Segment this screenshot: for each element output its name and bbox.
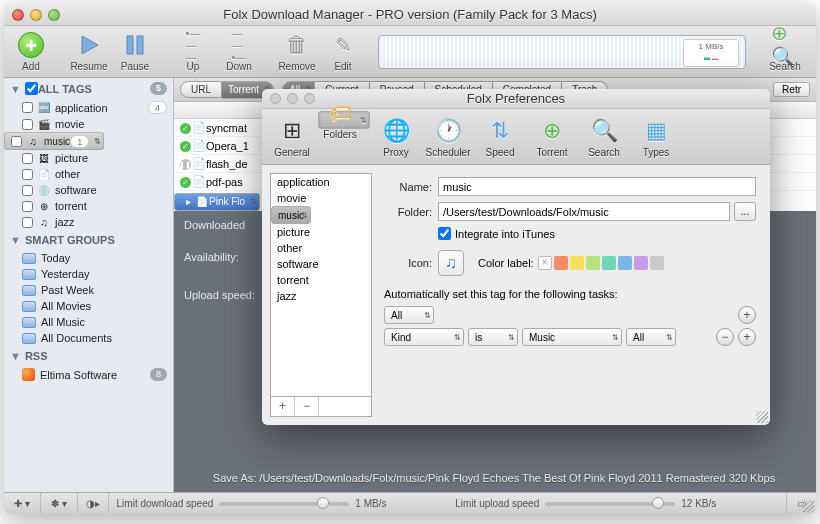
color-swatch[interactable] — [618, 256, 632, 270]
color-swatch[interactable] — [586, 256, 600, 270]
tab-scheduler[interactable]: 🕐Scheduler — [422, 111, 474, 162]
sidebar-tag-application[interactable]: 🔤application4 — [4, 99, 173, 116]
pref-tag-picture[interactable]: picture — [271, 224, 371, 240]
edit-button[interactable]: ✎ Edit — [322, 31, 364, 72]
remove-tag-button[interactable]: − — [295, 397, 319, 416]
main-titlebar[interactable]: Folx Download Manager - PRO version (Fam… — [4, 4, 816, 26]
sidebar-smart-all-music[interactable]: All Music — [4, 314, 173, 330]
music-note-icon: ♫ — [445, 254, 457, 272]
filter-url[interactable]: URL — [180, 81, 222, 98]
pref-tag-movie[interactable]: movie — [271, 190, 371, 206]
color-swatch[interactable] — [634, 256, 648, 270]
sidebar-rss-item[interactable]: Eltima Software8 — [4, 366, 173, 383]
prefs-form: Name: Folder: ... Integrate into iTunes … — [380, 173, 762, 417]
tag-icon: 🖼 — [37, 152, 51, 164]
add-button[interactable]: + Add — [10, 31, 52, 72]
sidebar-smart-today[interactable]: Today — [4, 250, 173, 266]
tab-proxy[interactable]: 🌐Proxy — [370, 111, 422, 162]
sidebar-smart-past-week[interactable]: Past Week — [4, 282, 173, 298]
tab-speed[interactable]: ⇅Speed — [474, 111, 526, 162]
folder-icon — [22, 253, 36, 264]
toggle-button[interactable]: ◑▸ — [78, 493, 109, 514]
prefs-tag-list: applicationmoviemusicpictureothersoftwar… — [270, 173, 372, 397]
rule-is-select[interactable]: is — [468, 328, 518, 346]
browse-button[interactable]: ... — [734, 202, 756, 221]
sidebar-header-rss[interactable]: ▼ RSS — [4, 346, 173, 366]
rule-music-select[interactable]: Music — [522, 328, 622, 346]
tag-label: software — [55, 184, 97, 196]
tab-torrent[interactable]: ⊕Torrent — [526, 111, 578, 162]
integrate-checkbox[interactable] — [438, 227, 451, 240]
color-swatch[interactable] — [570, 256, 584, 270]
svg-rect-1 — [127, 36, 133, 54]
all-tags-checkbox[interactable] — [25, 82, 38, 95]
sidebar-header-tags[interactable]: ▼ ALL TAGS 5 — [4, 78, 173, 99]
rule-kind-select[interactable]: Kind — [384, 328, 464, 346]
sidebar-smart-all-movies[interactable]: All Movies — [4, 298, 173, 314]
up-button[interactable]: •——— Up — [172, 31, 214, 72]
tag-label: jazz — [55, 216, 75, 228]
sidebar-tag-software[interactable]: 💿software — [4, 182, 173, 198]
tag-checkbox[interactable] — [22, 169, 33, 180]
retr-button[interactable]: Retr — [773, 82, 810, 97]
tab-general[interactable]: ⊞General — [266, 111, 318, 162]
tag-checkbox[interactable] — [22, 102, 33, 113]
tag-checkbox[interactable] — [22, 217, 33, 228]
name-input[interactable] — [438, 177, 756, 196]
tag-checkbox[interactable] — [22, 153, 33, 164]
dl-speed-slider[interactable] — [219, 502, 349, 506]
add-rule-button-2[interactable]: + — [738, 328, 756, 346]
tab-folders[interactable]: 🏷Folders — [318, 111, 370, 129]
sidebar-smart-all-documents[interactable]: All Documents — [4, 330, 173, 346]
rule-all2-select[interactable]: All — [626, 328, 676, 346]
sidebar-tag-torrent[interactable]: ⊕torrent — [4, 198, 173, 214]
color-swatch[interactable] — [650, 256, 664, 270]
pref-tag-software[interactable]: software — [271, 256, 371, 272]
add-menu-button[interactable]: ✚ ▾ — [4, 493, 41, 514]
pause-button[interactable]: Pause — [114, 31, 156, 72]
pref-tag-torrent[interactable]: torrent — [271, 272, 371, 288]
prefs-resize-handle[interactable] — [756, 411, 768, 423]
sidebar-tag-music[interactable]: ♫music1 — [4, 132, 104, 150]
name-label: Name: — [384, 181, 432, 193]
pref-tag-application[interactable]: application — [271, 174, 371, 190]
pause-icon: ❚❚ — [180, 159, 191, 170]
tab-types[interactable]: ▦Types — [630, 111, 682, 162]
sidebar-tag-movie[interactable]: 🎬movie — [4, 116, 173, 132]
download-row[interactable]: ▸📄Pink Flo — [174, 193, 260, 211]
down-button[interactable]: ——•— Down — [218, 31, 260, 72]
sidebar-tag-picture[interactable]: 🖼picture — [4, 150, 173, 166]
sidebar-tag-other[interactable]: 📄other — [4, 166, 173, 182]
save-as-path: Save As: /Users/test/Downloads/Folx/musi… — [184, 472, 804, 484]
tab-search[interactable]: 🔍Search — [578, 111, 630, 162]
colorlabel-label: Color label: — [478, 257, 534, 269]
torrent-search-button[interactable]: ⊕🔍 Search — [760, 31, 810, 72]
add-rule-button[interactable]: + — [738, 306, 756, 324]
color-none[interactable]: × — [538, 256, 552, 270]
sidebar-header-smart[interactable]: ▼ SMART GROUPS — [4, 230, 173, 250]
color-swatch[interactable] — [602, 256, 616, 270]
dl-speed-value: 1 MB/s — [355, 498, 386, 509]
sidebar-smart-yesterday[interactable]: Yesterday — [4, 266, 173, 282]
tag-label: torrent — [55, 200, 87, 212]
icon-picker[interactable]: ♫ — [438, 250, 464, 276]
add-tag-button[interactable]: + — [271, 397, 295, 416]
pref-tag-other[interactable]: other — [271, 240, 371, 256]
resume-button[interactable]: Resume — [68, 31, 110, 72]
tag-checkbox[interactable] — [22, 119, 33, 130]
resize-handle[interactable] — [802, 500, 814, 512]
sidebar-tag-jazz[interactable]: ♫jazz — [4, 214, 173, 230]
tag-label: music — [44, 136, 70, 147]
action-menu-button[interactable]: ✽ ▾ — [41, 493, 78, 514]
remove-rule-button[interactable]: − — [716, 328, 734, 346]
color-swatch[interactable] — [554, 256, 568, 270]
ul-speed-slider[interactable] — [545, 502, 675, 506]
pref-tag-jazz[interactable]: jazz — [271, 288, 371, 304]
tag-checkbox[interactable] — [11, 136, 22, 147]
rule-all-select[interactable]: All — [384, 306, 434, 324]
tag-checkbox[interactable] — [22, 201, 33, 212]
folder-input[interactable] — [438, 202, 730, 221]
pref-tag-music[interactable]: music — [271, 206, 311, 224]
remove-button[interactable]: 🗑 Remove — [276, 31, 318, 72]
tag-checkbox[interactable] — [22, 185, 33, 196]
